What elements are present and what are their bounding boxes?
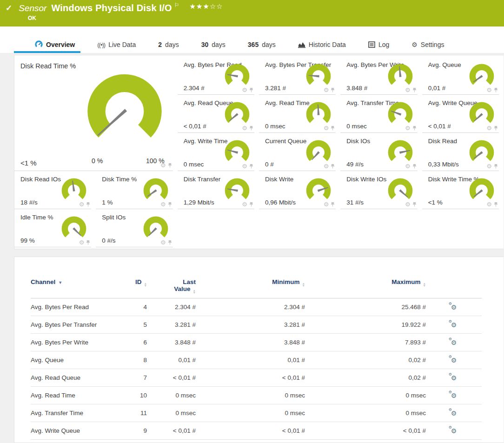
- gauge-settings-gear-icon[interactable]: ⚙: [79, 201, 85, 207]
- gauge-settings-gear-icon[interactable]: ⚙: [486, 201, 492, 207]
- gauge-settings-gear-icon[interactable]: ⚙: [160, 162, 166, 168]
- channel-settings-gear-icon[interactable]: ⚙: [451, 321, 457, 329]
- gauge-value: 1,29 Mbit/s: [184, 199, 214, 206]
- gauge-value: 0 #: [265, 161, 274, 168]
- channel-settings-gear-icon[interactable]: ⚙: [451, 392, 457, 399]
- column-header-last-value[interactable]: Last Value▲▼: [147, 277, 196, 298]
- gauge-dial: [386, 101, 415, 128]
- gauge-dial: [386, 177, 415, 204]
- divider: [340, 209, 417, 209]
- channels-table: Channel▼ ID▲▼ Last Value▲▼ Minimum▲▼ Max…: [31, 277, 482, 440]
- cell-last-value: < 0,01 #: [147, 369, 196, 387]
- gauge-settings-gear-icon[interactable]: ⚙: [405, 201, 411, 207]
- tab-log[interactable]: Log: [368, 41, 389, 48]
- gauge-pin-icon[interactable]: [168, 240, 172, 245]
- gauge-pin-icon[interactable]: [86, 240, 90, 245]
- gauge-dial: [304, 101, 333, 128]
- gauge-pin-icon[interactable]: [494, 126, 498, 131]
- flag-icon[interactable]: ⚐: [174, 2, 179, 8]
- tab-historic-data[interactable]: Historic Data: [298, 41, 346, 48]
- gauge-pin-icon[interactable]: [412, 87, 417, 93]
- gauge-settings-gear-icon[interactable]: ⚙: [405, 163, 411, 169]
- gauge-card: Disk Write IOs 31 #/s ⚙: [340, 171, 422, 209]
- channel-settings-gear-icon[interactable]: ⚙: [451, 304, 457, 311]
- gauge-pin-icon[interactable]: [412, 202, 417, 207]
- gauge-card: Disk Time % 1 % ⚙: [96, 171, 177, 209]
- channel-settings-gear-icon[interactable]: ⚙: [451, 427, 457, 435]
- tab-label: Settings: [421, 41, 444, 48]
- channel-settings-gear-icon[interactable]: ⚙: [451, 410, 457, 417]
- gauge-pin-icon[interactable]: [168, 202, 172, 207]
- tab-2-days[interactable]: 2 days: [158, 41, 179, 48]
- gauge-settings-gear-icon[interactable]: ⚙: [486, 125, 492, 131]
- gauge-dial: [141, 177, 170, 204]
- column-header-channel[interactable]: Channel▼: [31, 277, 119, 298]
- gauge-pin-icon[interactable]: [168, 163, 172, 168]
- column-header-minimum[interactable]: Minimum▲▼: [196, 277, 305, 298]
- cell-minimum: 3.848 #: [196, 334, 305, 351]
- column-header-maximum[interactable]: Maximum▲▼: [305, 277, 426, 298]
- gauge-card: Avg. Read Time 0 msec ⚙: [259, 95, 340, 133]
- gauge-card: Avg. Read Queue < 0,01 # ⚙: [178, 95, 259, 133]
- gauge-settings-gear-icon[interactable]: ⚙: [242, 201, 247, 207]
- cell-maximum: 0,02 #: [305, 369, 426, 387]
- gauge-pin-icon[interactable]: [412, 126, 417, 131]
- channel-settings-gear-icon[interactable]: ⚙: [451, 339, 457, 346]
- gauge-settings-gear-icon[interactable]: ⚙: [160, 201, 166, 207]
- priority-stars[interactable]: ★★★☆☆: [190, 2, 223, 11]
- gauge-settings-gear-icon[interactable]: ⚙: [405, 87, 411, 93]
- gauge-settings-gear-icon[interactable]: ⚙: [486, 163, 492, 169]
- gauge-settings-gear-icon[interactable]: ⚙: [324, 125, 329, 131]
- gauge-pin-icon[interactable]: [494, 87, 498, 93]
- cell-id: 5: [119, 316, 147, 334]
- gauge-pin-icon[interactable]: [86, 202, 90, 207]
- tab-live-data[interactable]: ((•)) Live Data: [97, 41, 136, 48]
- gauge-pin-icon[interactable]: [249, 164, 253, 169]
- cell-channel: Avg. Queue: [31, 351, 119, 369]
- gauge-pin-icon[interactable]: [494, 202, 498, 207]
- tab-label: Overview: [46, 41, 75, 48]
- cell-last-value: 0 msec: [147, 404, 196, 422]
- tab-label: Live Data: [108, 41, 136, 48]
- column-header-actions: [426, 277, 482, 298]
- gauge-settings-gear-icon[interactable]: ⚙: [160, 239, 166, 245]
- gauge-pin-icon[interactable]: [412, 164, 417, 169]
- gauge-card: Current Queue 0 # ⚙: [259, 133, 340, 171]
- tab-30-days[interactable]: 30 days: [201, 41, 225, 48]
- gauge-settings-gear-icon[interactable]: ⚙: [242, 87, 247, 93]
- tab-overview[interactable]: Overview: [35, 40, 75, 48]
- gauge-pin-icon[interactable]: [331, 87, 335, 93]
- cell-maximum: 19.922 #: [305, 316, 426, 334]
- gauge-dial: [60, 215, 88, 242]
- gauge-settings-gear-icon[interactable]: ⚙: [486, 87, 492, 93]
- gauge-pin-icon[interactable]: [331, 126, 335, 131]
- gauge-value: 0,33 Mbit/s: [428, 161, 459, 168]
- tab-settings[interactable]: ⚙ Settings: [411, 41, 444, 48]
- column-header-id[interactable]: ID▲▼: [119, 277, 147, 298]
- channel-settings-gear-icon[interactable]: ⚙: [451, 374, 457, 382]
- gauge-dial: [304, 63, 333, 90]
- gauge-settings-gear-icon[interactable]: ⚙: [324, 87, 329, 93]
- sort-arrows-icon: ▲▼: [193, 289, 196, 294]
- tab-365-days[interactable]: 365 days: [248, 41, 276, 48]
- cell-maximum: 7.893 #: [305, 334, 426, 351]
- gauge-settings-gear-icon[interactable]: ⚙: [242, 163, 247, 169]
- tab-label: Historic Data: [309, 41, 346, 48]
- gauge-pin-icon[interactable]: [249, 202, 253, 207]
- gauge-settings-gear-icon[interactable]: ⚙: [405, 125, 411, 131]
- gauge-pin-icon[interactable]: [494, 164, 498, 169]
- channel-settings-gear-icon[interactable]: ⚙: [451, 357, 457, 364]
- gauge-settings-gear-icon[interactable]: ⚙: [79, 239, 85, 245]
- gauge-settings-gear-icon[interactable]: ⚙: [324, 163, 329, 169]
- gauge-pin-icon[interactable]: [249, 87, 253, 93]
- cell-channel: Avg. Read Queue: [31, 369, 119, 387]
- gauge-pin-icon[interactable]: [331, 202, 335, 207]
- gauge-pin-icon[interactable]: [249, 126, 253, 131]
- cell-id: 6: [119, 334, 147, 351]
- gauge-settings-gear-icon[interactable]: ⚙: [324, 201, 329, 207]
- gauge-value: < 0,01 #: [428, 123, 451, 130]
- table-row: Avg. Read Queue 7 < 0,01 # < 0,01 # 0,02…: [31, 369, 482, 387]
- gauge-pin-icon[interactable]: [331, 164, 335, 169]
- tab-number: 365: [248, 41, 259, 48]
- gauge-settings-gear-icon[interactable]: ⚙: [242, 125, 247, 131]
